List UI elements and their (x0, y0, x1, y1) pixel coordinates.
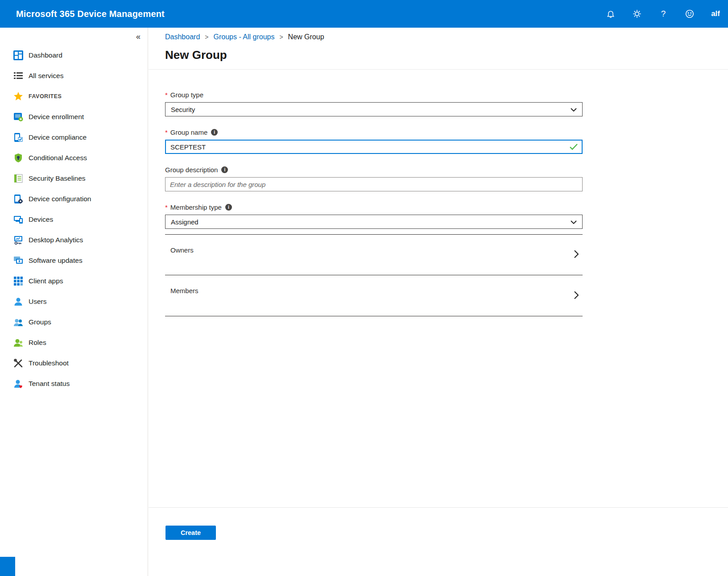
star-icon (13, 91, 23, 101)
sidebar-item-dashboard[interactable]: Dashboard (0, 45, 148, 66)
group-description-label: Group description i (165, 165, 583, 174)
groups-icon (13, 317, 23, 327)
sidebar-item-security-baselines[interactable]: Security Baselines (0, 168, 148, 189)
sidebar: « Dashboard All services (0, 28, 148, 576)
sidebar-item-roles[interactable]: Roles (0, 332, 148, 353)
membership-type-value: Assigned (171, 218, 199, 226)
chevron-down-icon (571, 106, 577, 113)
bottom-left-accent (0, 557, 15, 576)
sidebar-favorites-header: FAVORITES (0, 86, 148, 107)
notifications-bell-icon[interactable] (606, 9, 616, 19)
create-button[interactable]: Create (165, 526, 216, 540)
breadcrumb-groups-all-groups[interactable]: Groups - All groups (213, 33, 274, 41)
user-name[interactable]: alf (711, 9, 720, 18)
sidebar-item-conditional-access[interactable]: Conditional Access (0, 148, 148, 168)
group-name-label: * Group name i (165, 128, 583, 137)
sidebar-item-desktop-analytics[interactable]: Desktop Analytics (0, 230, 148, 250)
sidebar-item-tenant-status[interactable]: Tenant status (0, 373, 148, 394)
sidebar-item-label: Software updates (29, 257, 83, 265)
group-name-field: * Group name i (165, 128, 583, 154)
desktop-analytics-icon (13, 235, 23, 245)
feedback-smiley-icon[interactable] (685, 9, 695, 19)
chevron-down-icon (571, 218, 577, 226)
device-compliance-icon (13, 133, 23, 142)
sidebar-item-client-apps[interactable]: Client apps (0, 271, 148, 291)
sidebar-collapse-button[interactable]: « (136, 32, 141, 41)
tenant-status-icon (13, 379, 23, 389)
sidebar-item-label: Client apps (29, 277, 63, 285)
field-label-text: Membership type (170, 203, 222, 211)
all-services-icon (13, 71, 23, 81)
owners-label: Owners (170, 246, 194, 254)
sidebar-item-label: Device configuration (29, 195, 91, 203)
breadcrumb: Dashboard > Groups - All groups > New Gr… (149, 28, 728, 41)
group-description-field: Group description i (165, 165, 583, 191)
sidebar-item-label: Troubleshoot (29, 359, 69, 367)
footer-divider (149, 507, 728, 508)
group-type-value: Security (171, 106, 195, 113)
sidebar-item-troubleshoot[interactable]: Troubleshoot (0, 353, 148, 373)
sidebar-item-label: Device enrollment (29, 113, 84, 121)
info-icon: i (225, 204, 232, 211)
device-enrollment-icon (13, 112, 23, 122)
security-baselines-icon (13, 174, 23, 183)
users-icon (13, 297, 23, 307)
sidebar-item-label: Conditional Access (29, 154, 87, 162)
main-content: Dashboard > Groups - All groups > New Gr… (149, 28, 728, 576)
breadcrumb-current: New Group (288, 33, 324, 41)
devices-icon (13, 215, 23, 224)
required-marker: * (165, 203, 168, 211)
info-icon: i (211, 129, 218, 136)
membership-type-label: * Membership type i (165, 203, 583, 211)
top-bar: Microsoft 365 Device Management ? alf (0, 0, 728, 28)
required-marker: * (165, 91, 168, 99)
sidebar-item-label: Groups (29, 318, 51, 326)
group-type-dropdown[interactable]: Security (165, 102, 583, 116)
sidebar-item-groups[interactable]: Groups (0, 312, 148, 332)
help-icon[interactable]: ? (658, 9, 668, 19)
sidebar-item-label: Users (29, 298, 46, 306)
favorites-label: FAVORITES (29, 93, 62, 99)
breadcrumb-separator: > (205, 33, 208, 41)
device-configuration-icon (13, 194, 23, 204)
sidebar-item-label: Roles (29, 339, 46, 347)
sidebar-item-device-enrollment[interactable]: Device enrollment (0, 107, 148, 127)
breadcrumb-separator: > (279, 33, 283, 41)
sidebar-item-label: Dashboard (29, 51, 62, 59)
members-row[interactable]: Members (165, 275, 583, 316)
chevron-right-icon (574, 250, 579, 260)
membership-type-field: * Membership type i Assigned (165, 203, 583, 229)
sidebar-item-users[interactable]: Users (0, 291, 148, 312)
group-type-field: * Group type Security (165, 90, 583, 116)
software-updates-icon (13, 256, 23, 265)
required-marker: * (165, 128, 168, 136)
sidebar-item-label: Tenant status (29, 380, 70, 388)
chevron-right-icon (574, 290, 579, 301)
sidebar-item-label: All services (29, 72, 63, 80)
sidebar-item-software-updates[interactable]: Software updates (0, 250, 148, 271)
field-label-text: Group type (170, 91, 203, 99)
sidebar-item-all-services[interactable]: All services (0, 66, 148, 86)
sidebar-item-label: Desktop Analytics (29, 236, 83, 244)
sidebar-item-label: Devices (29, 215, 53, 224)
troubleshoot-icon (13, 358, 23, 368)
group-type-label: * Group type (165, 90, 583, 99)
info-icon: i (221, 166, 228, 173)
breadcrumb-dashboard[interactable]: Dashboard (165, 33, 200, 41)
sidebar-item-device-configuration[interactable]: Device configuration (0, 189, 148, 209)
group-description-input[interactable] (165, 177, 583, 191)
new-group-form: * Group type Security * Group name i (165, 70, 583, 316)
sidebar-item-label: Security Baselines (29, 174, 86, 182)
valid-check-icon (570, 144, 578, 152)
sidebar-nav: Dashboard All services FAVORITES (0, 28, 148, 394)
owners-row[interactable]: Owners (165, 234, 583, 275)
group-name-input[interactable] (165, 140, 583, 154)
field-label-text: Group description (165, 166, 218, 174)
settings-gear-icon[interactable] (632, 9, 642, 19)
sidebar-item-devices[interactable]: Devices (0, 209, 148, 230)
membership-type-dropdown[interactable]: Assigned (165, 215, 583, 229)
client-apps-icon (13, 276, 23, 286)
members-label: Members (170, 287, 199, 294)
roles-icon (13, 338, 23, 348)
sidebar-item-device-compliance[interactable]: Device compliance (0, 127, 148, 148)
